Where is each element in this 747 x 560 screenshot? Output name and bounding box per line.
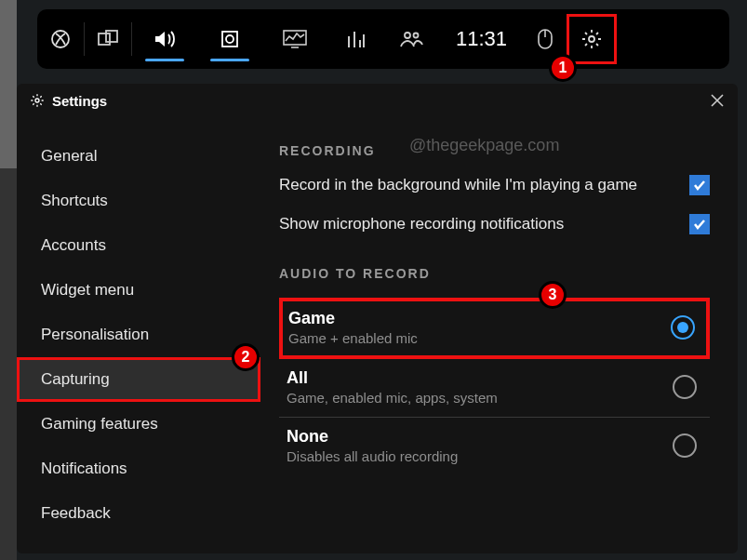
panel-header: Settings <box>17 84 738 117</box>
check-icon <box>692 178 707 193</box>
annotation-badge-2: 2 <box>232 343 260 371</box>
widgets-icon[interactable] <box>85 9 131 69</box>
close-button[interactable] <box>710 93 725 108</box>
annotation-badge-3: 3 <box>539 281 567 309</box>
svg-point-6 <box>405 33 410 38</box>
sidebar-item-shortcuts[interactable]: Shortcuts <box>17 179 260 223</box>
audio-option-sub: Game, enabled mic, apps, system <box>287 390 498 406</box>
audio-section-label: AUDIO TO RECORD <box>279 266 710 281</box>
svg-rect-5 <box>284 31 306 45</box>
game-bar-topbar: 11:31 1 <box>37 9 729 69</box>
audio-option-all[interactable]: All Game, enabled mic, apps, system <box>279 359 710 418</box>
audio-option-title: All <box>287 368 498 388</box>
capture-icon[interactable] <box>197 9 262 69</box>
svg-point-10 <box>35 99 39 102</box>
svg-rect-3 <box>222 32 237 47</box>
svg-rect-1 <box>99 33 110 45</box>
radio-icon <box>673 375 697 399</box>
sidebar-item-personalisation[interactable]: Personalisation <box>17 313 260 357</box>
mic-notif-row[interactable]: Show microphone recording notifications <box>279 214 710 234</box>
settings-content: @thegeekpage.com RECORDING Record in the… <box>260 117 738 553</box>
sidebar-item-gaming-features[interactable]: Gaming features <box>17 402 260 447</box>
close-icon <box>710 93 725 108</box>
sidebar-item-accounts[interactable]: Accounts <box>17 223 260 268</box>
svg-point-7 <box>414 33 419 38</box>
audio-option-sub: Disables all audio recording <box>287 448 458 464</box>
resources-icon[interactable] <box>327 9 383 69</box>
radio-icon <box>673 433 697 458</box>
svg-point-0 <box>52 31 69 47</box>
gear-icon <box>30 93 45 108</box>
sidebar-item-capturing[interactable]: Capturing 2 <box>17 357 260 402</box>
audio-option-game[interactable]: Game Game + enabled mic 3 <box>279 298 710 359</box>
audio-option-sub: Game + enabled mic <box>288 330 418 346</box>
svg-rect-2 <box>106 31 117 42</box>
annotation-badge-1: 1 <box>549 54 577 82</box>
sidebar-item-widget-menu[interactable]: Widget menu <box>17 268 260 313</box>
xbox-icon[interactable] <box>37 9 84 69</box>
audio-radiogroup: Game Game + enabled mic 3 All Game, enab… <box>279 298 710 475</box>
sidebar-item-general[interactable]: General <box>17 134 260 179</box>
sidebar-item-label: Capturing <box>41 370 110 388</box>
audio-option-none[interactable]: None Disables all audio recording <box>279 418 710 475</box>
background-strip <box>0 0 17 560</box>
audio-option-title: Game <box>288 309 418 328</box>
gear-icon <box>580 28 603 50</box>
record-background-row[interactable]: Record in the background while I'm playi… <box>279 175 710 195</box>
record-background-checkbox[interactable] <box>689 175 710 195</box>
sidebar-item-notifications[interactable]: Notifications <box>17 447 260 491</box>
radio-selected-icon <box>671 315 695 340</box>
record-background-label: Record in the background while I'm playi… <box>279 176 637 194</box>
settings-sidebar: General Shortcuts Accounts Widget menu P… <box>17 117 260 553</box>
settings-gear-button[interactable]: 1 <box>567 14 617 64</box>
audio-option-title: None <box>287 427 458 447</box>
mic-notif-checkbox[interactable] <box>689 214 710 234</box>
mic-notif-label: Show microphone recording notifications <box>279 215 564 233</box>
xbox-social-icon[interactable] <box>383 9 439 69</box>
check-icon <box>692 217 707 232</box>
sidebar-item-feedback[interactable]: Feedback <box>17 491 260 536</box>
panel-title: Settings <box>52 93 107 109</box>
settings-panel: Settings General Shortcuts Accounts Widg… <box>17 84 738 553</box>
clock: 11:31 <box>439 27 524 51</box>
svg-point-4 <box>226 35 233 43</box>
svg-point-9 <box>589 36 594 42</box>
performance-icon[interactable] <box>262 9 327 69</box>
watermark: @thegeekpage.com <box>409 136 559 155</box>
audio-icon[interactable] <box>132 9 197 69</box>
